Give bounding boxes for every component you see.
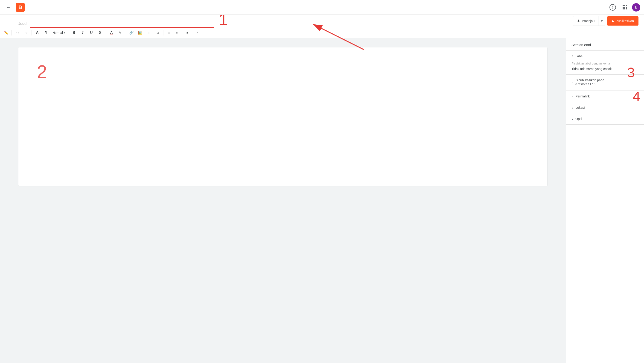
strikethrough-icon: S bbox=[99, 31, 102, 35]
pencil-icon: ✏️ bbox=[4, 31, 8, 35]
chevron-down-icon-permalink: ∨ bbox=[572, 95, 574, 98]
paragraph-style-label: Normal bbox=[52, 31, 63, 35]
published-date: 07/06/22 11.16 bbox=[576, 82, 604, 87]
preview-button[interactable]: 👁 Pratinjau bbox=[573, 16, 598, 26]
sidebar-options-header[interactable]: ∨ Opsi bbox=[566, 113, 644, 124]
sidebar-permalink-header[interactable]: ∨ Permalink 4 bbox=[566, 91, 644, 102]
pencil-tool-button[interactable]: ✏️ bbox=[2, 29, 10, 37]
chevron-down-icon-options: ∨ bbox=[572, 117, 574, 121]
preview-button-group: 👁 Pratinjau ▼ bbox=[573, 16, 605, 26]
align-icon: ≡ bbox=[168, 31, 170, 35]
top-controls-bar: Judul 1 👁 Pratinjau ▼ ▶ Publikasikan ✏️ bbox=[0, 15, 644, 38]
dropdown-chevron-icon: ▾ bbox=[64, 32, 65, 34]
publish-button[interactable]: ▶ Publikasikan bbox=[607, 16, 638, 26]
publish-label: Publikasikan bbox=[616, 19, 634, 23]
navbar: ← B ? B bbox=[0, 0, 644, 15]
align-button[interactable]: ≡ bbox=[165, 29, 173, 37]
indent-left-icon: ⇤ bbox=[176, 31, 179, 35]
help-icon: ? bbox=[610, 4, 616, 11]
sidebar-permalink-section: ∨ Permalink 4 bbox=[566, 91, 644, 102]
back-arrow-icon: ← bbox=[6, 5, 10, 10]
underline-icon: U bbox=[90, 31, 93, 35]
more-image-button[interactable]: ⊞ bbox=[145, 29, 153, 37]
toolbar-divider-1 bbox=[12, 30, 12, 36]
main-layout: 2 Setelan entri ∧ Label 3 Pisahkan label… bbox=[0, 38, 644, 363]
link-button[interactable]: 🔗 bbox=[127, 29, 136, 37]
chevron-down-icon: ▼ bbox=[600, 19, 603, 23]
highlight-button[interactable]: ✎ bbox=[116, 29, 124, 37]
published-title: Dipublikasikan pada bbox=[576, 78, 604, 82]
chevron-down-icon-published: ∨ bbox=[572, 81, 574, 84]
toolbar-divider-4 bbox=[106, 30, 106, 36]
sidebar-settings-title: Setelan entri bbox=[572, 43, 591, 47]
published-section-content: Dipublikasikan pada 07/06/22 11.16 bbox=[576, 78, 604, 87]
emoji-button[interactable]: ☺️ bbox=[154, 29, 162, 37]
link-icon: 🔗 bbox=[129, 31, 134, 35]
location-section-title: Lokasi bbox=[576, 106, 584, 109]
toolbar-divider-2 bbox=[32, 30, 32, 36]
underline-button[interactable]: U bbox=[87, 29, 96, 37]
label-section-title: Label bbox=[576, 54, 583, 58]
more-options-icon: ··· bbox=[196, 31, 200, 35]
title-placeholder: Judul bbox=[18, 22, 27, 28]
sidebar: Setelan entri ∧ Label 3 Pisahkan label d… bbox=[566, 38, 644, 363]
image-button[interactable]: 🖼️ bbox=[136, 29, 144, 37]
font-color-icon: A bbox=[110, 31, 113, 35]
sidebar-settings-header: Setelan entri bbox=[566, 38, 644, 51]
strikethrough-button[interactable]: S bbox=[96, 29, 104, 37]
options-section-title: Opsi bbox=[576, 117, 582, 121]
toolbar-divider-7 bbox=[192, 30, 192, 36]
indent-left-button[interactable]: ⇤ bbox=[174, 29, 182, 37]
redo-button[interactable]: ↪ bbox=[22, 29, 30, 37]
navbar-right: ? B bbox=[608, 3, 640, 12]
title-row: Judul 1 👁 Pratinjau ▼ ▶ Publikasikan bbox=[0, 15, 644, 28]
paragraph-button[interactable]: ¶ bbox=[42, 29, 50, 37]
preview-label: Pratinjau bbox=[582, 19, 594, 23]
navbar-left: ← B bbox=[4, 3, 25, 12]
bold-button[interactable]: B bbox=[70, 29, 78, 37]
font-color-button[interactable]: A bbox=[107, 29, 116, 37]
redo-icon: ↪ bbox=[25, 31, 28, 35]
annotation-2: 2 bbox=[37, 62, 47, 82]
annotation-4: 4 bbox=[633, 89, 640, 104]
eye-icon: 👁 bbox=[577, 19, 580, 23]
font-size-button[interactable]: A bbox=[33, 29, 42, 37]
apps-grid-button[interactable] bbox=[620, 3, 629, 12]
more-image-icon: ⊞ bbox=[148, 31, 150, 35]
paragraph-style-dropdown[interactable]: Normal ▾ bbox=[51, 29, 67, 37]
blogger-logo: B bbox=[16, 3, 25, 12]
annotation-3: 3 bbox=[627, 65, 635, 80]
chevron-down-icon-location: ∨ bbox=[572, 106, 574, 109]
paragraph-icon: ¶ bbox=[45, 31, 47, 35]
sidebar-options-section: ∨ Opsi bbox=[566, 113, 644, 125]
editor-paper[interactable]: 2 bbox=[18, 48, 547, 186]
undo-icon: ↩ bbox=[16, 31, 19, 35]
italic-button[interactable]: I bbox=[78, 29, 87, 37]
sidebar-label-section: ∧ Label 3 Pisahkan label dengan koma Tid… bbox=[566, 51, 644, 75]
send-icon: ▶ bbox=[612, 19, 614, 23]
back-button[interactable]: ← bbox=[4, 3, 13, 12]
formatting-toolbar: ✏️ ↩ ↪ A ¶ Normal ▾ B I U S bbox=[0, 28, 644, 38]
toolbar-divider-5 bbox=[126, 30, 126, 36]
sidebar-location-section: ∨ Lokasi bbox=[566, 102, 644, 113]
indent-right-icon: ⇥ bbox=[185, 31, 188, 35]
chevron-up-icon: ∧ bbox=[572, 55, 574, 58]
more-options-button[interactable]: ··· bbox=[194, 29, 202, 37]
undo-button[interactable]: ↩ bbox=[13, 29, 22, 37]
editor-area: 2 bbox=[0, 38, 566, 363]
title-input[interactable] bbox=[30, 21, 214, 28]
bold-icon: B bbox=[72, 31, 75, 35]
permalink-section-title: Permalink bbox=[576, 94, 590, 98]
indent-right-button[interactable]: ⇥ bbox=[182, 29, 190, 37]
help-button[interactable]: ? bbox=[608, 3, 617, 12]
font-size-icon: A bbox=[36, 31, 39, 35]
image-icon: 🖼️ bbox=[138, 31, 142, 35]
preview-dropdown-button[interactable]: ▼ bbox=[598, 16, 605, 26]
avatar-letter: B bbox=[635, 5, 638, 10]
blogger-letter: B bbox=[18, 4, 22, 10]
user-avatar-button[interactable]: B bbox=[632, 3, 640, 12]
sidebar-location-header[interactable]: ∨ Lokasi bbox=[566, 102, 644, 113]
sidebar-label-header[interactable]: ∧ Label 3 bbox=[566, 51, 644, 62]
highlight-icon: ✎ bbox=[119, 31, 122, 35]
writing-area[interactable]: 2 bbox=[0, 38, 566, 363]
